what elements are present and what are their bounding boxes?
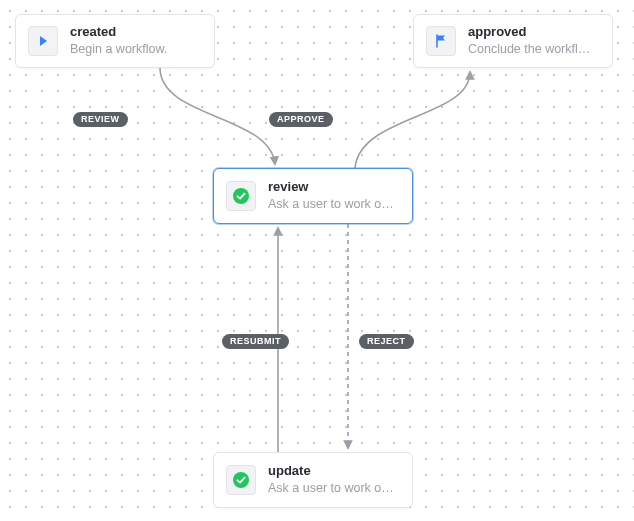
node-created[interactable]: created Begin a workflow. xyxy=(15,14,215,68)
workflow-canvas[interactable]: created Begin a workflow. approved Concl… xyxy=(0,0,634,521)
play-icon xyxy=(28,26,58,56)
edge-review-approved xyxy=(355,72,470,168)
node-review[interactable]: review Ask a user to work o… xyxy=(213,168,413,224)
check-circle-icon xyxy=(226,465,256,495)
edge-label-review[interactable]: REVIEW xyxy=(73,112,128,127)
flag-icon xyxy=(426,26,456,56)
svg-point-0 xyxy=(233,188,249,204)
node-title: approved xyxy=(468,24,600,40)
node-title: created xyxy=(70,24,202,40)
edge-label-reject[interactable]: REJECT xyxy=(359,334,414,349)
node-title: review xyxy=(268,179,400,195)
edge-created-review xyxy=(160,68,275,164)
edge-label-resubmit[interactable]: RESUBMIT xyxy=(222,334,289,349)
svg-point-1 xyxy=(233,472,249,488)
check-circle-icon xyxy=(226,181,256,211)
node-desc: Ask a user to work o… xyxy=(268,197,400,213)
edge-label-approve[interactable]: APPROVE xyxy=(269,112,333,127)
node-desc: Conclude the workfl… xyxy=(468,42,600,58)
edges-layer xyxy=(0,0,634,521)
node-approved[interactable]: approved Conclude the workfl… xyxy=(413,14,613,68)
node-desc: Ask a user to work o… xyxy=(268,481,400,497)
node-title: update xyxy=(268,463,400,479)
node-desc: Begin a workflow. xyxy=(70,42,202,58)
node-update[interactable]: update Ask a user to work o… xyxy=(213,452,413,508)
